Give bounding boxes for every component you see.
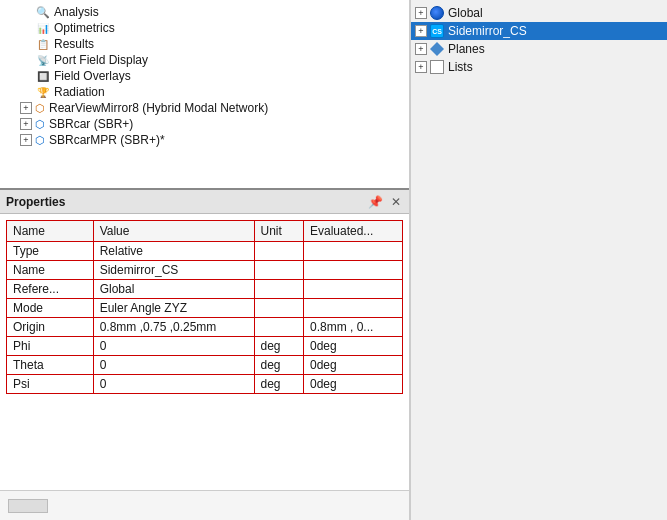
cell-unit-4 [254, 318, 304, 337]
col-header-name: Name [7, 221, 94, 242]
overlays-label: Field Overlays [54, 69, 131, 83]
optimetrics-label: Optimetrics [54, 21, 115, 35]
cell-name-2: Refere... [7, 280, 94, 299]
tree-item-sbrcar[interactable]: + ⬡ SBRcar (SBR+) [0, 116, 409, 132]
globe-icon [430, 6, 444, 20]
cell-value-2: Global [93, 280, 254, 299]
col-header-value: Value [93, 221, 254, 242]
results-icon [36, 37, 50, 51]
sbrcarMPR-label: SBRcarMPR (SBR+)* [49, 133, 165, 147]
tree-item-rearview[interactable]: + ⬡ RearViewMirror8 (Hybrid Modal Networ… [0, 100, 409, 116]
cell-unit-1 [254, 261, 304, 280]
cell-unit-7: deg [254, 375, 304, 394]
cell-evaluated-6: 0deg [304, 356, 403, 375]
table-row: Psi0deg0deg [7, 375, 403, 394]
table-row: Theta0deg0deg [7, 356, 403, 375]
right-tree-item-lists[interactable]: + Lists [411, 58, 667, 76]
right-tree-item-global[interactable]: + Global [411, 4, 667, 22]
table-row: ModeEuler Angle ZYZ [7, 299, 403, 318]
col-header-unit: Unit [254, 221, 304, 242]
global-label: Global [448, 6, 483, 20]
pin-button[interactable]: 📌 [366, 195, 385, 209]
cell-name-6: Theta [7, 356, 94, 375]
radiation-icon [36, 85, 50, 99]
cell-evaluated-1 [304, 261, 403, 280]
sbrcar-icon: ⬡ [35, 118, 45, 131]
table-row: Refere...Global [7, 280, 403, 299]
cell-evaluated-0 [304, 242, 403, 261]
header-actions: 📌 ✕ [366, 195, 403, 209]
cell-unit-6: deg [254, 356, 304, 375]
analysis-icon [36, 5, 50, 19]
cell-evaluated-5: 0deg [304, 337, 403, 356]
sidemirror-expand-icon[interactable]: + [415, 25, 427, 37]
right-panel: + Global + CS Sidemirror_CS + Planes + L… [410, 0, 667, 520]
radiation-label: Radiation [54, 85, 105, 99]
sbrcar-expand-icon[interactable]: + [20, 118, 32, 130]
table-row: Phi0deg0deg [7, 337, 403, 356]
right-tree-item-planes[interactable]: + Planes [411, 40, 667, 58]
sbrcarMPR-icon: ⬡ [35, 134, 45, 147]
cell-unit-0 [254, 242, 304, 261]
left-panel: Analysis Optimetrics Results Port Field … [0, 0, 410, 520]
cell-name-5: Phi [7, 337, 94, 356]
tree-item-sbrcarMPR[interactable]: + ⬡ SBRcarMPR (SBR+)* [0, 132, 409, 148]
rearview-label: RearViewMirror8 (Hybrid Modal Network) [49, 101, 268, 115]
resize-handle[interactable] [8, 499, 48, 513]
cell-name-1: Name [7, 261, 94, 280]
overlays-icon [36, 69, 50, 83]
cell-value-3: Euler Angle ZYZ [93, 299, 254, 318]
planes-expand-icon[interactable]: + [415, 43, 427, 55]
lists-expand-icon[interactable]: + [415, 61, 427, 73]
lists-label: Lists [448, 60, 473, 74]
sidemirror-label: Sidemirror_CS [448, 24, 527, 38]
rearview-expand-icon[interactable]: + [20, 102, 32, 114]
cell-name-3: Mode [7, 299, 94, 318]
analysis-label: Analysis [54, 5, 99, 19]
sbrcarMPR-expand-icon[interactable]: + [20, 134, 32, 146]
global-expand-icon[interactable]: + [415, 7, 427, 19]
tree-item-overlays[interactable]: Field Overlays [0, 68, 409, 84]
sbrcar-label: SBRcar (SBR+) [49, 117, 133, 131]
cell-value-5: 0 [93, 337, 254, 356]
properties-header: Properties 📌 ✕ [0, 190, 409, 214]
results-label: Results [54, 37, 94, 51]
cell-unit-5: deg [254, 337, 304, 356]
cs-icon: CS [430, 24, 444, 38]
planes-label: Planes [448, 42, 485, 56]
cell-name-4: Origin [7, 318, 94, 337]
properties-panel: Properties 📌 ✕ Name Value Unit Evaluated… [0, 190, 409, 520]
tree-item-analysis[interactable]: Analysis [0, 4, 409, 20]
cell-evaluated-3 [304, 299, 403, 318]
table-row: Origin0.8mm ,0.75 ,0.25mm0.8mm , 0... [7, 318, 403, 337]
list-icon [430, 60, 444, 74]
optimetrics-icon [36, 21, 50, 35]
tree-item-portfield[interactable]: Port Field Display [0, 52, 409, 68]
cell-unit-3 [254, 299, 304, 318]
cell-value-7: 0 [93, 375, 254, 394]
table-row: TypeRelative [7, 242, 403, 261]
cell-evaluated-2 [304, 280, 403, 299]
properties-table: Name Value Unit Evaluated... TypeRelativ… [6, 220, 403, 394]
portfield-icon [36, 53, 50, 67]
right-tree-item-sidemirror[interactable]: + CS Sidemirror_CS [411, 22, 667, 40]
col-header-evaluated: Evaluated... [304, 221, 403, 242]
tree-item-results[interactable]: Results [0, 36, 409, 52]
cell-value-1: Sidemirror_CS [93, 261, 254, 280]
portfield-label: Port Field Display [54, 53, 148, 67]
cell-name-7: Psi [7, 375, 94, 394]
cell-value-4: 0.8mm ,0.75 ,0.25mm [93, 318, 254, 337]
close-button[interactable]: ✕ [389, 195, 403, 209]
cell-name-0: Type [7, 242, 94, 261]
bottom-bar [0, 490, 409, 520]
tree-item-radiation[interactable]: Radiation [0, 84, 409, 100]
tree-item-optimetrics[interactable]: Optimetrics [0, 20, 409, 36]
cell-unit-2 [254, 280, 304, 299]
tree-area: Analysis Optimetrics Results Port Field … [0, 0, 409, 190]
properties-table-wrapper: Name Value Unit Evaluated... TypeRelativ… [0, 214, 409, 490]
rearview-icon: ⬡ [35, 102, 45, 115]
properties-title: Properties [6, 195, 65, 209]
table-row: NameSidemirror_CS [7, 261, 403, 280]
cell-evaluated-7: 0deg [304, 375, 403, 394]
cell-evaluated-4: 0.8mm , 0... [304, 318, 403, 337]
